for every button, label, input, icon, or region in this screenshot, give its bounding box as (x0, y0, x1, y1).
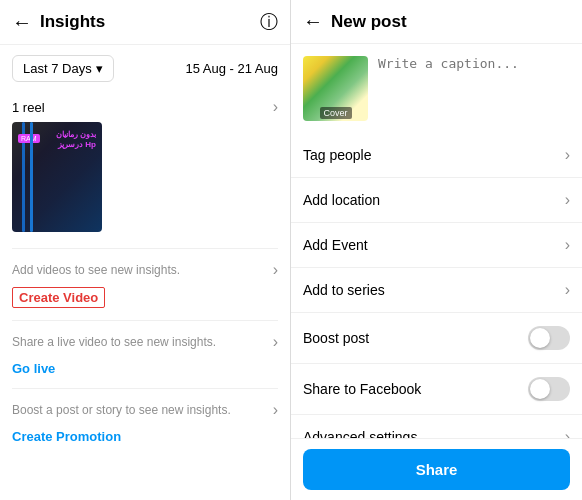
boost-post-toggle[interactable] (528, 326, 570, 350)
create-video-link[interactable]: Create Video (12, 287, 105, 308)
right-menu: Tag people › Add location › Add Event › … (291, 133, 582, 438)
divider-2 (12, 320, 278, 321)
left-subheader: Last 7 Days ▾ 15 Aug - 21 Aug (0, 45, 290, 92)
overlay-text: بدون رمانیاندرسرپز Hp (56, 130, 96, 151)
add-to-series-right: › (565, 281, 570, 299)
right-header: ← New post (291, 0, 582, 44)
share-facebook-right (528, 377, 570, 401)
share-facebook-label: Share to Facebook (303, 381, 421, 397)
add-event-right: › (565, 236, 570, 254)
boost-chevron: › (273, 401, 278, 419)
boost-text: Boost a post or story to see new insight… (12, 403, 273, 417)
video-thumbnail: RAM بدون رمانیاندرسرپز Hp (12, 122, 102, 232)
go-live-link[interactable]: Go live (12, 359, 278, 384)
left-title: Insights (40, 12, 260, 32)
menu-item-add-event[interactable]: Add Event › (291, 223, 582, 268)
date-filter[interactable]: Last 7 Days ▾ (12, 55, 114, 82)
add-location-label: Add location (303, 192, 380, 208)
back-icon-right[interactable]: ← (303, 10, 323, 33)
caption-input[interactable] (378, 56, 570, 121)
divider-1 (12, 248, 278, 249)
post-thumbnail: Cover (303, 56, 368, 121)
advanced-settings-chevron: › (565, 428, 570, 438)
add-event-label: Add Event (303, 237, 368, 253)
tag-people-label: Tag people (303, 147, 372, 163)
advanced-settings-right: › (565, 428, 570, 438)
left-content: 1 reel › RAM بدون رمانیاندرسرپز Hp Add v… (0, 92, 290, 500)
menu-item-add-to-series[interactable]: Add to series › (291, 268, 582, 313)
menu-item-boost-post[interactable]: Boost post (291, 313, 582, 364)
back-icon-left[interactable]: ← (12, 11, 32, 34)
menu-item-share-facebook[interactable]: Share to Facebook (291, 364, 582, 415)
date-filter-label: Last 7 Days (23, 61, 92, 76)
menu-item-tag-people[interactable]: Tag people › (291, 133, 582, 178)
add-to-series-chevron: › (565, 281, 570, 299)
reel-count: 1 reel (12, 100, 45, 115)
post-preview: Cover (291, 44, 582, 133)
reel-label[interactable]: 1 reel › (12, 92, 278, 122)
date-filter-chevron: ▾ (96, 61, 103, 76)
section-go-live: Share a live video to see new insights. … (12, 325, 278, 359)
right-title: New post (331, 12, 407, 32)
add-event-chevron: › (565, 236, 570, 254)
create-promotion-link[interactable]: Create Promotion (12, 427, 278, 452)
tag-people-chevron: › (565, 146, 570, 164)
cover-label: Cover (319, 107, 351, 119)
add-location-chevron: › (565, 191, 570, 209)
info-icon[interactable]: ⓘ (260, 10, 278, 34)
date-range: 15 Aug - 21 Aug (185, 61, 278, 76)
add-location-right: › (565, 191, 570, 209)
go-live-text: Share a live video to see new insights. (12, 335, 273, 349)
share-btn-container: Share (291, 438, 582, 500)
advanced-settings-label: Advanced settings (303, 429, 417, 438)
add-to-series-label: Add to series (303, 282, 385, 298)
menu-item-add-location[interactable]: Add location › (291, 178, 582, 223)
add-videos-chevron: › (273, 261, 278, 279)
boost-post-right (528, 326, 570, 350)
section-add-videos: Add videos to see new insights. › (12, 253, 278, 287)
right-panel: ← New post Cover Tag people › Add locati… (291, 0, 582, 500)
divider-3 (12, 388, 278, 389)
left-panel: ← Insights ⓘ Last 7 Days ▾ 15 Aug - 21 A… (0, 0, 291, 500)
left-header: ← Insights ⓘ (0, 0, 290, 45)
add-videos-text: Add videos to see new insights. (12, 263, 273, 277)
reel-chevron: › (273, 98, 278, 116)
go-live-chevron: › (273, 333, 278, 351)
menu-item-advanced-settings[interactable]: Advanced settings › (291, 415, 582, 438)
boost-post-label: Boost post (303, 330, 369, 346)
share-facebook-toggle[interactable] (528, 377, 570, 401)
share-button[interactable]: Share (303, 449, 570, 490)
tag-people-right: › (565, 146, 570, 164)
section-boost: Boost a post or story to see new insight… (12, 393, 278, 427)
ram-badge: RAM (18, 134, 40, 143)
